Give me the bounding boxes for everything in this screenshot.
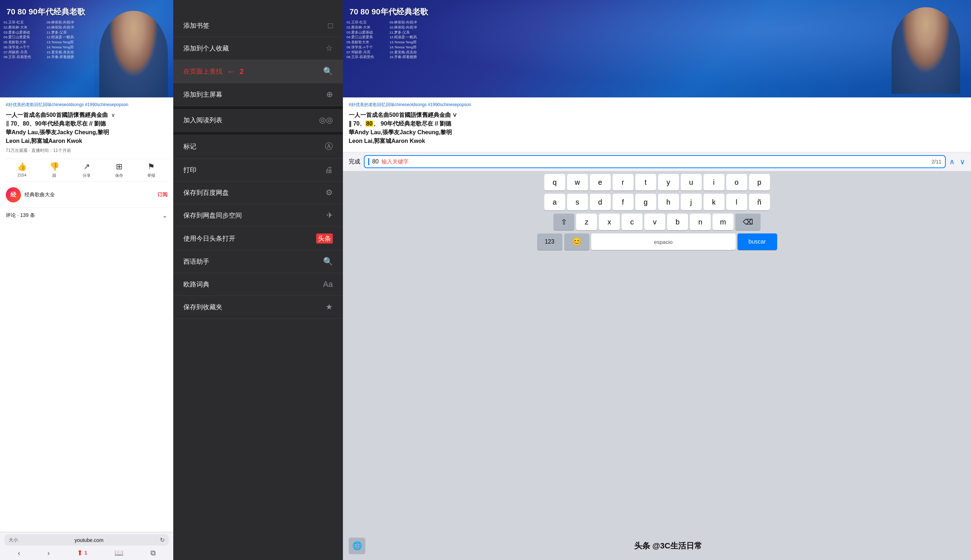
menu-item-dict[interactable]: 欧路词典 Aa: [173, 273, 343, 296]
key-x[interactable]: x: [599, 213, 620, 230]
share-nav-button[interactable]: ⬆ 1: [77, 548, 87, 557]
back-button[interactable]: ‹: [18, 549, 20, 557]
report-button[interactable]: ⚑ 举报: [135, 162, 167, 178]
left-video-content: #好优美的老歌回忆回味chineseoldsongs #1990schinese…: [0, 97, 173, 560]
url-bar[interactable]: 大小 youtube.com ↻: [4, 534, 169, 545]
search-prev-button[interactable]: ∧: [949, 157, 955, 166]
channel-name[interactable]: 经典歌曲大全: [25, 192, 154, 198]
menu-item-print[interactable]: 打印 🖨: [173, 159, 343, 182]
menu-item-readlist[interactable]: 加入阅读列表 ◎◎: [173, 109, 343, 132]
key-l[interactable]: l: [726, 194, 747, 210]
menu-item-bookmark[interactable]: 添加书签 □: [173, 15, 343, 37]
key-search[interactable]: buscar: [737, 233, 777, 250]
report-label: 举报: [147, 173, 155, 178]
dict-icon: Aa: [323, 280, 333, 289]
menu-item-toutiao[interactable]: 使用今日头条打开 头条: [173, 227, 343, 250]
key-i[interactable]: i: [704, 174, 724, 190]
menu-find-left: 在页面上查找 ← 2: [184, 67, 244, 77]
key-n[interactable]: n: [690, 213, 711, 230]
baidu-icon: ⚙: [325, 188, 333, 197]
search-value: 80: [372, 158, 379, 165]
subscribe-button[interactable]: 订阅: [157, 192, 167, 198]
key-j[interactable]: j: [681, 194, 702, 210]
right-person-silhouette: [892, 7, 960, 94]
bookmarks-button[interactable]: 📖: [114, 548, 123, 557]
menu-item-save[interactable]: 保存到收藏夹 ★: [173, 296, 343, 318]
channel-avatar[interactable]: 经: [6, 187, 21, 202]
url-text[interactable]: youtube.com: [21, 537, 157, 543]
search-input-container[interactable]: 80 输入关键字 2/11: [364, 155, 946, 168]
key-o[interactable]: o: [726, 174, 747, 190]
key-w[interactable]: w: [567, 174, 588, 190]
key-d[interactable]: d: [590, 194, 611, 210]
key-v[interactable]: v: [644, 213, 665, 230]
key-b[interactable]: b: [667, 213, 688, 230]
menu-item-spanish[interactable]: 西语助手 🔍: [173, 250, 343, 273]
right-thumbnail-overlay: [343, 0, 971, 97]
share-button[interactable]: ↗ 分享: [70, 162, 103, 178]
key-u[interactable]: u: [681, 174, 702, 190]
done-button[interactable]: 完成: [349, 158, 360, 166]
key-t[interactable]: t: [635, 174, 656, 190]
left-thumbnail-title: 70 80 90年代经典老歌: [7, 7, 85, 17]
key-k[interactable]: k: [704, 194, 724, 210]
menu-baidu-label: 保存到百度网盘: [184, 188, 229, 197]
menu-bookmark-label: 添加书签: [184, 21, 209, 30]
key-num[interactable]: 123: [537, 233, 562, 250]
share-icon: ↗: [83, 162, 90, 172]
find-search-icon: 🔍: [323, 67, 333, 76]
keyboard: q w e r t y u i o p a s d f g h j k l ñ …: [343, 171, 971, 534]
key-c[interactable]: c: [622, 213, 642, 230]
search-bar-area: 完成 80 输入关键字 2/11 ∧ ∨: [343, 152, 971, 171]
left-video-meta: 71万次观看 · 直播时间：11个月前: [6, 148, 167, 154]
action-bar: 👍 2154 👎 踩 ↗ 分享 ⊞ 保存 ⚑ 举报: [6, 159, 167, 182]
refresh-icon[interactable]: ↻: [160, 537, 165, 543]
search-next-button[interactable]: ∨: [960, 157, 965, 166]
right-person: [892, 7, 971, 97]
left-song-list: 01.王菲-红豆02.蔡依林-大米03.爱多山爱基础04.爱江山更爱美 05.老…: [3, 20, 87, 60]
key-p[interactable]: p: [749, 174, 770, 190]
key-g[interactable]: g: [635, 194, 656, 210]
menu-separator-1: [173, 106, 343, 109]
right-title-before: 一人一首成名曲500首國語懷舊經典金曲 ∨‖ 70、80、 90年代经典老歌尽在…: [349, 111, 457, 145]
key-r[interactable]: r: [612, 174, 634, 190]
right-thumbnail-title: 70 80 90年代经典老歌: [349, 7, 428, 17]
save-fav-icon: ★: [325, 302, 333, 312]
globe-button[interactable]: 🌐: [349, 538, 365, 554]
key-shift[interactable]: ⇧: [553, 213, 574, 230]
key-delete[interactable]: ⌫: [735, 213, 761, 230]
key-s[interactable]: s: [567, 194, 588, 210]
toutiao-icon: 头条: [316, 233, 333, 243]
expand-icon[interactable]: ∨: [111, 112, 115, 119]
key-emoji[interactable]: 😊: [564, 233, 589, 250]
menu-item-mark[interactable]: 标记 Ⓐ: [173, 135, 343, 159]
comments-label: 评论 · 139 条: [6, 212, 35, 219]
search-cursor: [368, 158, 369, 165]
context-menu: 添加书签 □ 添加到个人收藏 ☆ 在页面上查找 ← 2 🔍 添加到主屏幕 ⊕ 加…: [173, 15, 343, 318]
save-button[interactable]: ⊞ 保存: [103, 162, 135, 178]
key-n-tilde[interactable]: ñ: [749, 194, 770, 210]
homescreen-icon: ⊕: [326, 90, 333, 99]
key-y[interactable]: y: [658, 174, 679, 190]
tabs-button[interactable]: ⧉: [150, 549, 155, 557]
menu-item-favorite[interactable]: 添加到个人收藏 ☆: [173, 37, 343, 60]
key-a[interactable]: a: [544, 194, 565, 210]
key-m[interactable]: m: [712, 213, 734, 230]
dislike-button[interactable]: 👎 踩: [38, 162, 71, 178]
menu-item-baidu[interactable]: 保存到百度网盘 ⚙: [173, 182, 343, 204]
key-z[interactable]: z: [576, 213, 597, 230]
forward-button[interactable]: ›: [47, 549, 50, 557]
menu-find-label: 在页面上查找: [184, 67, 222, 76]
menu-item-find[interactable]: 在页面上查找 ← 2 🔍: [173, 60, 343, 83]
key-space[interactable]: espacio: [591, 233, 736, 250]
key-q[interactable]: q: [544, 174, 565, 190]
key-h[interactable]: h: [658, 194, 679, 210]
spanish-icon: 🔍: [323, 257, 333, 266]
menu-item-netdisk[interactable]: 保存到网盘同步空间 ✈: [173, 204, 343, 227]
menu-item-homescreen[interactable]: 添加到主屏幕 ⊕: [173, 83, 343, 106]
like-button[interactable]: 👍 2154: [6, 162, 38, 178]
comments-row[interactable]: 评论 · 139 条 ⌄: [6, 207, 167, 223]
comments-expand-icon[interactable]: ⌄: [162, 212, 167, 219]
key-f[interactable]: f: [612, 194, 634, 210]
key-e[interactable]: e: [590, 174, 611, 190]
